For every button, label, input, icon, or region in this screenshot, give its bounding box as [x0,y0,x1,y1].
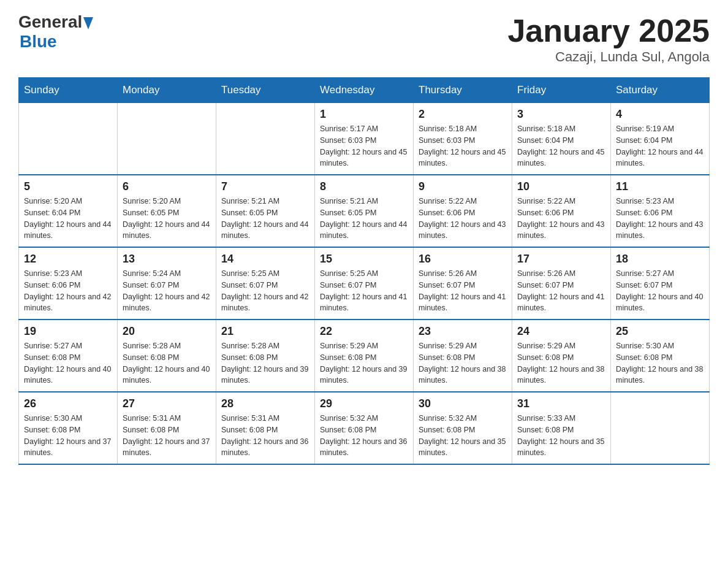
calendar-cell: 29Sunrise: 5:32 AM Sunset: 6:08 PM Dayli… [315,392,414,464]
calendar-cell [216,103,315,175]
day-info: Sunrise: 5:22 AM Sunset: 6:06 PM Dayligh… [517,196,605,242]
day-info: Sunrise: 5:30 AM Sunset: 6:08 PM Dayligh… [616,340,704,386]
logo-blue-text: Blue [20,32,93,52]
svg-marker-0 [83,17,93,29]
day-number: 13 [123,253,211,266]
day-number: 6 [123,180,211,193]
day-number: 22 [320,325,408,338]
day-number: 14 [221,253,309,266]
day-number: 21 [221,325,309,338]
day-info: Sunrise: 5:27 AM Sunset: 6:08 PM Dayligh… [24,340,112,386]
day-info: Sunrise: 5:32 AM Sunset: 6:08 PM Dayligh… [419,413,507,459]
day-number: 31 [517,397,605,410]
day-info: Sunrise: 5:23 AM Sunset: 6:06 PM Dayligh… [24,268,112,314]
logo: General Blue [18,12,93,52]
day-number: 25 [616,325,704,338]
day-info: Sunrise: 5:23 AM Sunset: 6:06 PM Dayligh… [616,196,704,242]
calendar-cell: 20Sunrise: 5:28 AM Sunset: 6:08 PM Dayli… [118,320,216,392]
calendar-cell: 18Sunrise: 5:27 AM Sunset: 6:07 PM Dayli… [611,247,710,320]
calendar-cell: 21Sunrise: 5:28 AM Sunset: 6:08 PM Dayli… [216,320,315,392]
calendar-cell: 25Sunrise: 5:30 AM Sunset: 6:08 PM Dayli… [611,320,710,392]
day-number: 2 [419,108,507,121]
calendar-week-2: 5Sunrise: 5:20 AM Sunset: 6:04 PM Daylig… [19,175,710,247]
day-info: Sunrise: 5:28 AM Sunset: 6:08 PM Dayligh… [221,340,309,386]
calendar-cell: 28Sunrise: 5:31 AM Sunset: 6:08 PM Dayli… [216,392,315,464]
day-info: Sunrise: 5:26 AM Sunset: 6:07 PM Dayligh… [517,268,605,314]
day-info: Sunrise: 5:32 AM Sunset: 6:08 PM Dayligh… [320,413,408,459]
calendar-cell: 31Sunrise: 5:33 AM Sunset: 6:08 PM Dayli… [512,392,611,464]
calendar-cell: 24Sunrise: 5:29 AM Sunset: 6:08 PM Dayli… [512,320,611,392]
calendar-cell: 16Sunrise: 5:26 AM Sunset: 6:07 PM Dayli… [414,247,512,320]
day-info: Sunrise: 5:25 AM Sunset: 6:07 PM Dayligh… [320,268,408,314]
calendar-week-4: 19Sunrise: 5:27 AM Sunset: 6:08 PM Dayli… [19,320,710,392]
day-number: 3 [517,108,605,121]
day-info: Sunrise: 5:33 AM Sunset: 6:08 PM Dayligh… [517,413,605,459]
col-thursday: Thursday [414,78,512,103]
day-number: 28 [221,397,309,410]
calendar-cell: 26Sunrise: 5:30 AM Sunset: 6:08 PM Dayli… [19,392,118,464]
title-block: January 2025 Cazaji, Lunda Sul, Angola [507,12,710,65]
calendar-cell: 14Sunrise: 5:25 AM Sunset: 6:07 PM Dayli… [216,247,315,320]
calendar-cell: 8Sunrise: 5:21 AM Sunset: 6:05 PM Daylig… [315,175,414,247]
calendar-body: 1Sunrise: 5:17 AM Sunset: 6:03 PM Daylig… [19,103,710,465]
day-info: Sunrise: 5:18 AM Sunset: 6:04 PM Dayligh… [517,123,605,169]
day-number: 20 [123,325,211,338]
day-number: 17 [517,253,605,266]
day-number: 1 [320,108,408,121]
calendar-cell: 10Sunrise: 5:22 AM Sunset: 6:06 PM Dayli… [512,175,611,247]
calendar-cell [611,392,710,464]
calendar-cell: 27Sunrise: 5:31 AM Sunset: 6:08 PM Dayli… [118,392,216,464]
calendar-cell: 15Sunrise: 5:25 AM Sunset: 6:07 PM Dayli… [315,247,414,320]
day-number: 5 [24,180,112,193]
day-info: Sunrise: 5:27 AM Sunset: 6:07 PM Dayligh… [616,268,704,314]
location-subtitle: Cazaji, Lunda Sul, Angola [507,49,710,65]
day-number: 19 [24,325,112,338]
day-number: 27 [123,397,211,410]
day-info: Sunrise: 5:29 AM Sunset: 6:08 PM Dayligh… [419,340,507,386]
calendar-cell: 13Sunrise: 5:24 AM Sunset: 6:07 PM Dayli… [118,247,216,320]
page-header: General Blue January 2025 Cazaji, Lunda … [18,12,710,65]
calendar-cell: 22Sunrise: 5:29 AM Sunset: 6:08 PM Dayli… [315,320,414,392]
day-info: Sunrise: 5:29 AM Sunset: 6:08 PM Dayligh… [320,340,408,386]
day-info: Sunrise: 5:20 AM Sunset: 6:04 PM Dayligh… [24,196,112,242]
day-info: Sunrise: 5:18 AM Sunset: 6:03 PM Dayligh… [419,123,507,169]
col-saturday: Saturday [611,78,710,103]
day-number: 30 [419,397,507,410]
calendar-cell: 4Sunrise: 5:19 AM Sunset: 6:04 PM Daylig… [611,103,710,175]
calendar-cell: 19Sunrise: 5:27 AM Sunset: 6:08 PM Dayli… [19,320,118,392]
day-number: 7 [221,180,309,193]
col-wednesday: Wednesday [315,78,414,103]
day-info: Sunrise: 5:22 AM Sunset: 6:06 PM Dayligh… [419,196,507,242]
calendar-cell: 23Sunrise: 5:29 AM Sunset: 6:08 PM Dayli… [414,320,512,392]
day-info: Sunrise: 5:19 AM Sunset: 6:04 PM Dayligh… [616,123,704,169]
calendar-cell: 1Sunrise: 5:17 AM Sunset: 6:03 PM Daylig… [315,103,414,175]
day-info: Sunrise: 5:25 AM Sunset: 6:07 PM Dayligh… [221,268,309,314]
day-info: Sunrise: 5:29 AM Sunset: 6:08 PM Dayligh… [517,340,605,386]
calendar-table: Sunday Monday Tuesday Wednesday Thursday… [18,77,710,465]
calendar-cell: 17Sunrise: 5:26 AM Sunset: 6:07 PM Dayli… [512,247,611,320]
logo-triangle-icon [83,17,93,29]
calendar-cell: 5Sunrise: 5:20 AM Sunset: 6:04 PM Daylig… [19,175,118,247]
calendar-week-5: 26Sunrise: 5:30 AM Sunset: 6:08 PM Dayli… [19,392,710,464]
col-sunday: Sunday [19,78,118,103]
day-number: 26 [24,397,112,410]
day-info: Sunrise: 5:21 AM Sunset: 6:05 PM Dayligh… [221,196,309,242]
header-row: Sunday Monday Tuesday Wednesday Thursday… [19,78,710,103]
calendar-cell [118,103,216,175]
col-friday: Friday [512,78,611,103]
day-info: Sunrise: 5:20 AM Sunset: 6:05 PM Dayligh… [123,196,211,242]
day-number: 16 [419,253,507,266]
calendar-header: Sunday Monday Tuesday Wednesday Thursday… [19,78,710,103]
day-info: Sunrise: 5:28 AM Sunset: 6:08 PM Dayligh… [123,340,211,386]
calendar-week-1: 1Sunrise: 5:17 AM Sunset: 6:03 PM Daylig… [19,103,710,175]
day-number: 23 [419,325,507,338]
calendar-cell: 2Sunrise: 5:18 AM Sunset: 6:03 PM Daylig… [414,103,512,175]
month-title: January 2025 [507,12,710,49]
day-info: Sunrise: 5:30 AM Sunset: 6:08 PM Dayligh… [24,413,112,459]
day-number: 10 [517,180,605,193]
day-number: 24 [517,325,605,338]
day-info: Sunrise: 5:31 AM Sunset: 6:08 PM Dayligh… [221,413,309,459]
day-info: Sunrise: 5:31 AM Sunset: 6:08 PM Dayligh… [123,413,211,459]
col-monday: Monday [118,78,216,103]
day-number: 4 [616,108,704,121]
